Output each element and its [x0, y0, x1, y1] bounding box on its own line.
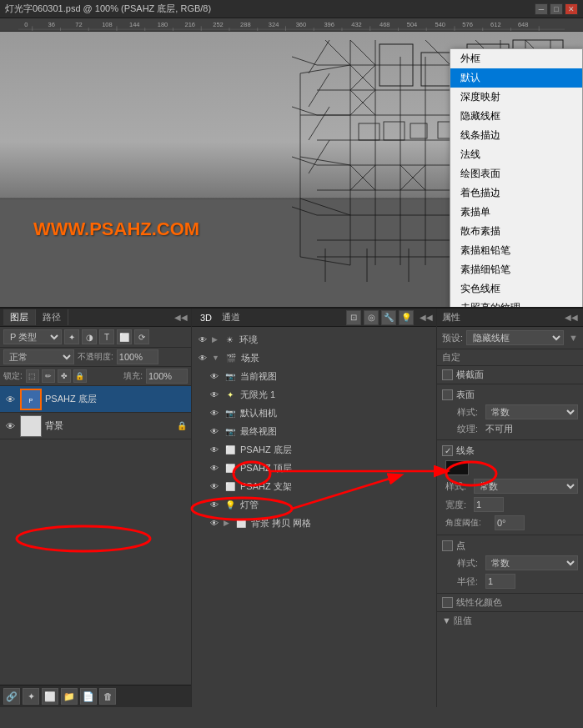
layer-name-psahz-base: PSAHZ 底层 — [45, 393, 188, 405]
menu-item-normals[interactable]: 法线 — [450, 145, 582, 164]
3d-toolbar-btn2[interactable]: ◎ — [364, 310, 379, 325]
menu-item-outer[interactable]: 外框 — [450, 49, 582, 68]
points-checkbox[interactable] — [442, 540, 453, 551]
context-menu[interactable]: 外框 默认 深度映射 隐藏线框 线条描边 法线 绘图表面 着色描边 素描单 散布… — [450, 48, 583, 307]
surface-checkbox[interactable] — [442, 389, 453, 400]
menu-item-hidden-line[interactable]: 隐藏线框 — [450, 107, 582, 126]
menu-item-unlit[interactable]: 未照亮的纹理 — [450, 299, 582, 307]
shape-filter-icon[interactable]: ⬜ — [117, 329, 132, 344]
tab-paths[interactable]: 路径 — [36, 309, 68, 325]
points-style-label: 样式: — [457, 557, 482, 570]
lock-position-icon[interactable]: ✤ — [58, 369, 71, 383]
scene-eye-background-mesh[interactable]: 👁 — [209, 517, 220, 529]
scene-eye-default-camera[interactable]: 👁 — [209, 407, 220, 419]
scene-expand-env[interactable]: ▶ — [212, 335, 218, 344]
cutaway-checkbox[interactable] — [442, 369, 453, 380]
canvas-area[interactable]: WWW.PSAHZ.COM 外框 默认 深度映射 隐藏线框 线条描边 法线 绘图… — [0, 32, 583, 307]
menu-item-line-art[interactable]: 线条描边 — [450, 126, 582, 145]
menu-item-depth[interactable]: 深度映射 — [450, 88, 582, 107]
scene-item-lamp[interactable]: 👁 💡 灯管 — [192, 495, 436, 514]
menu-item-sketch-thin[interactable]: 素描细铅笔 — [450, 260, 582, 279]
preset-dropdown-arrow[interactable]: ▼ — [569, 333, 578, 343]
lines-color-swatch[interactable] — [445, 460, 469, 475]
tab-3d[interactable]: 3D — [195, 311, 217, 324]
maximize-button[interactable]: □ — [550, 3, 563, 15]
scene-expand-scene[interactable]: ▼ — [212, 354, 219, 362]
scene-expand-bg[interactable]: ▶ — [224, 519, 229, 527]
blend-mode-select[interactable]: 正常 — [3, 349, 74, 364]
opacity-input[interactable] — [117, 349, 158, 364]
scene-item-scene[interactable]: 👁 ▼ 🎬 场景 — [192, 349, 436, 367]
pixel-filter-icon[interactable]: ✦ — [64, 329, 79, 344]
scene-eye-psahz-top[interactable]: 👁 — [209, 462, 220, 474]
preset-select[interactable]: 隐藏线框 默认 外框 线框 — [466, 330, 564, 345]
panel-collapse-arrows[interactable]: ◀◀ — [174, 313, 188, 322]
panel-right-arrows[interactable]: ◀◀ — [420, 313, 433, 322]
lines-width-input[interactable] — [474, 497, 504, 512]
layer-thumbnail: P — [20, 389, 42, 410]
scene-eye-lamp[interactable]: 👁 — [209, 499, 220, 510]
scene-eye-psahz-base[interactable]: 👁 — [209, 444, 220, 455]
svg-text:P: P — [29, 396, 33, 404]
scene-item-psahz-base[interactable]: 👁 ⬜ PSAHZ 底层 — [192, 440, 436, 459]
layer-item-background[interactable]: 👁 背景 🔒 — [0, 413, 191, 439]
menu-item-sketch[interactable]: 素描单 — [450, 203, 582, 222]
tab-channel[interactable]: 通道 — [217, 309, 245, 325]
points-radius-input[interactable] — [485, 574, 515, 589]
tab-layers[interactable]: 图层 — [3, 309, 36, 325]
adjustment-filter-icon[interactable]: ◑ — [82, 329, 97, 344]
properties-collapse-arrows[interactable]: ◀◀ — [565, 313, 578, 322]
add-style-button[interactable]: ✦ — [23, 688, 39, 705]
fill-input[interactable] — [146, 369, 188, 384]
minimize-button[interactable]: ─ — [535, 3, 548, 15]
menu-item-paint-surface[interactable]: 绘图表面 — [450, 164, 582, 183]
scene-eye-environment[interactable]: 👁 — [197, 334, 209, 345]
scene-eye-final-view[interactable]: 👁 — [209, 425, 220, 437]
svg-text:0: 0 — [24, 21, 28, 28]
new-group-button[interactable]: 📁 — [61, 688, 78, 705]
delete-layer-button[interactable]: 🗑 — [99, 688, 116, 705]
svg-text:612: 612 — [490, 21, 501, 28]
type-filter-icon[interactable]: T — [99, 329, 114, 344]
lines-style-select[interactable]: 常数 — [474, 479, 578, 494]
points-header-row: 点 — [442, 538, 578, 554]
link-layers-button[interactable]: 🔗 — [3, 688, 20, 705]
left-arrow-icon[interactable]: ◀◀ — [174, 313, 188, 322]
3d-toolbar-btn1[interactable]: ⊡ — [346, 310, 361, 325]
lines-angle-input[interactable] — [495, 515, 525, 530]
new-layer-button[interactable]: 📄 — [80, 688, 97, 705]
menu-item-default[interactable]: 默认 — [450, 68, 582, 88]
scene-item-psahz-bracket[interactable]: 👁 ⬜ PSAHZ 支架 — [192, 477, 436, 495]
scene-item-infinite-light[interactable]: 👁 ✦ 无限光 1 — [192, 385, 436, 404]
points-style-select[interactable]: 常数 — [485, 555, 578, 570]
scene-item-psahz-top[interactable]: 👁 ⬜ PSAHZ 顶层 — [192, 459, 436, 477]
scene-item-final-view[interactable]: 👁 📷 最终视图 — [192, 422, 436, 440]
scene-item-environment[interactable]: 👁 ▶ ☀ 环境 — [192, 330, 436, 349]
lines-checkbox[interactable]: ✓ — [442, 445, 453, 456]
scene-item-current-view[interactable]: 👁 📷 当前视图 — [192, 367, 436, 385]
layer-item-psahz-base[interactable]: 👁 P PSAHZ 底层 — [0, 386, 191, 413]
menu-item-toon[interactable]: 着色描边 — [450, 183, 582, 203]
menu-item-sketch-thick[interactable]: 素描粗铅笔 — [450, 241, 582, 260]
layer-type-filter[interactable]: P 类型 — [3, 329, 62, 344]
scene-item-default-camera[interactable]: 👁 📷 默认相机 — [192, 404, 436, 422]
linear-color-checkbox[interactable] — [442, 597, 453, 608]
add-mask-button[interactable]: ⬜ — [42, 688, 58, 705]
scene-eye-infinite-light[interactable]: 👁 — [209, 389, 220, 400]
layer-bg-visibility-eye[interactable]: 👁 — [3, 419, 17, 433]
layer-visibility-eye[interactable]: 👁 — [3, 393, 17, 406]
menu-item-solid-outline[interactable]: 实色线框 — [450, 279, 582, 299]
close-button[interactable]: ✕ — [565, 3, 578, 15]
lock-pixel-icon[interactable]: ✏ — [42, 369, 55, 383]
surface-style-select[interactable]: 常数 — [485, 404, 578, 419]
scene-item-background-mesh[interactable]: 👁 ▶ ⬜ 背景 拷贝 网格 — [192, 514, 436, 532]
scene-eye-scene[interactable]: 👁 — [197, 352, 209, 364]
smart-filter-icon[interactable]: ⟳ — [134, 329, 149, 344]
menu-item-scattered-sketch[interactable]: 散布素描 — [450, 222, 582, 241]
3d-toolbar-btn4[interactable]: 💡 — [399, 310, 414, 325]
scene-eye-current-view[interactable]: 👁 — [209, 370, 220, 382]
lock-transparent-icon[interactable]: ⬚ — [26, 369, 39, 383]
scene-eye-psahz-bracket[interactable]: 👁 — [209, 480, 220, 492]
lock-artboard-icon[interactable]: 🔒 — [73, 369, 87, 383]
3d-toolbar-btn3[interactable]: 🔧 — [381, 310, 396, 325]
